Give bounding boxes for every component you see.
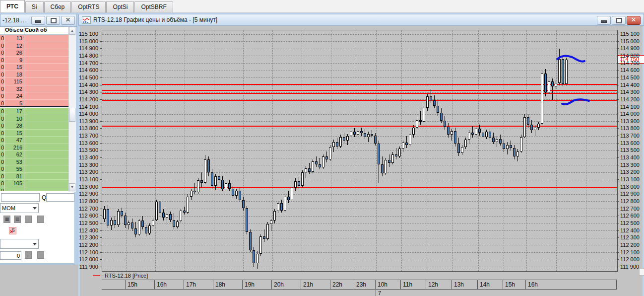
indicator-dropdown[interactable]: МОМ <box>0 203 39 213</box>
order-book-row[interactable]: 0115 <box>0 78 68 85</box>
own-volume-column-header[interactable]: Свой об <box>25 27 68 34</box>
account-dropdown[interactable] <box>0 239 39 249</box>
candle <box>287 197 290 200</box>
axis-tick <box>100 237 102 238</box>
close-button[interactable]: ✕ <box>61 16 75 25</box>
axis-tick <box>617 165 619 165</box>
candle <box>548 81 550 92</box>
order-book-row[interactable]: 053 <box>0 158 68 166</box>
scroll-up-button[interactable]: ▲ <box>69 27 75 35</box>
price-input[interactable] <box>1 193 40 202</box>
candle <box>141 221 144 227</box>
book-tool-button-3[interactable] <box>25 216 32 223</box>
order-book-row[interactable]: 024 <box>0 92 68 100</box>
candle <box>357 131 359 135</box>
dots-button[interactable]: .. <box>25 251 32 259</box>
book-tool-button-4[interactable] <box>37 216 44 223</box>
order-book-row[interactable]: 017 <box>0 108 68 115</box>
minimize-button[interactable] <box>31 16 45 25</box>
candle <box>128 222 130 224</box>
order-book-row[interactable]: 09 <box>0 57 68 64</box>
tab-РТС[interactable]: РТС <box>0 0 25 12</box>
order-book-row[interactable]: 013 <box>0 35 68 42</box>
candle <box>503 144 505 149</box>
candlestick-plot[interactable] <box>102 30 618 272</box>
hour-cell: 10h <box>376 280 401 289</box>
cancel-orders-button[interactable]: S × <box>9 227 16 234</box>
candle <box>402 143 404 148</box>
candle <box>266 224 269 238</box>
order-book-row[interactable]: 026 <box>0 49 68 57</box>
order-book-row[interactable]: 055 <box>0 165 68 173</box>
order-book-row[interactable]: 0216 <box>0 144 68 151</box>
candle <box>253 250 255 263</box>
right-axis-label: 114 900 <box>620 45 640 51</box>
book-tool-button-2[interactable]: ▥ <box>14 216 21 223</box>
hour-cell: 12h <box>426 280 452 289</box>
amount-input[interactable] <box>0 251 21 260</box>
candle <box>496 139 498 142</box>
candle <box>176 222 179 227</box>
order-book-row[interactable]: 018 <box>0 71 68 78</box>
book-tool-button-1[interactable]: ▦ <box>3 216 10 223</box>
candle <box>499 139 502 144</box>
order-book-row[interactable]: 032 <box>0 85 68 93</box>
axis-tick <box>100 128 102 129</box>
h-gridline <box>102 49 617 49</box>
chart-close-button[interactable]: ✕ <box>627 16 641 25</box>
tab-OptSi[interactable]: OptSi <box>106 1 134 12</box>
order-book-titlebar[interactable]: -12.18 ... ✕ <box>0 14 77 27</box>
instrument-tabbar: РТСSiСберOptRTSOptSiOptSBRF <box>0 0 644 13</box>
chart-minimize-button[interactable] <box>597 16 611 25</box>
order-book-row[interactable]: 081 <box>0 173 68 180</box>
h-gridline <box>102 245 617 245</box>
volume-column-header[interactable]: Объем <box>4 27 25 34</box>
order-book-row[interactable]: 062 <box>0 151 68 158</box>
order-book-row[interactable]: 047 <box>0 137 68 144</box>
scroll-down-button[interactable]: ▼ <box>69 183 75 191</box>
tab-OptSBRF[interactable]: OptSBRF <box>134 1 173 12</box>
v-gridline <box>401 30 402 271</box>
left-axis-label: 112 100 <box>78 249 98 255</box>
candle <box>457 144 460 153</box>
own-volume-cell <box>24 130 68 137</box>
h-gridline <box>102 150 617 151</box>
right-axis-label: 114 000 <box>620 111 640 117</box>
axis-tick <box>617 194 619 194</box>
candle <box>242 200 245 208</box>
tab-OptRTS[interactable]: OptRTS <box>71 1 106 12</box>
tab-Si[interactable]: Si <box>25 1 44 12</box>
chart-restore-button[interactable] <box>612 16 626 25</box>
axis-tick <box>617 201 619 202</box>
order-book-row[interactable]: 012 <box>0 42 68 50</box>
candle-wick <box>406 136 407 148</box>
blank-button[interactable] <box>37 251 44 259</box>
order-book-row[interactable]: 010 <box>0 115 68 123</box>
chart-titlebar[interactable]: RTS-12.18 График цены и объёма - [5 мину… <box>78 14 644 26</box>
order-book-row[interactable]: 0105 <box>0 180 68 187</box>
axis-tick <box>100 157 102 158</box>
restore-button[interactable] <box>46 16 60 25</box>
left-axis-label: 112 300 <box>78 234 98 240</box>
order-book-row[interactable]: 0 <box>0 187 68 191</box>
own-volume-cell <box>24 144 68 151</box>
order-book-row[interactable]: 015 <box>0 64 68 71</box>
candle <box>298 181 300 186</box>
v-gridline <box>452 30 453 271</box>
quantity-input[interactable] <box>46 193 74 202</box>
candle <box>114 220 116 225</box>
order-book-row[interactable]: 05 <box>0 100 68 107</box>
order-book-row[interactable]: 015 <box>0 130 68 137</box>
volume-cell: 10 <box>4 115 24 123</box>
volume-cell: 55 <box>4 165 24 173</box>
left-axis-label: 114 400 <box>78 82 98 88</box>
order-book-scrollbar[interactable]: ▲ ▼ <box>68 27 76 192</box>
axis-tick <box>100 34 102 34</box>
scroll-thumb[interactable] <box>69 108 75 122</box>
tab-Сбер[interactable]: Сбер <box>44 1 71 12</box>
order-book-row[interactable]: 028 <box>0 122 68 130</box>
hour-cell: 21h <box>301 280 330 289</box>
axis-tick <box>100 179 102 180</box>
volume-cell: 105 <box>4 180 24 187</box>
candle <box>461 147 463 153</box>
